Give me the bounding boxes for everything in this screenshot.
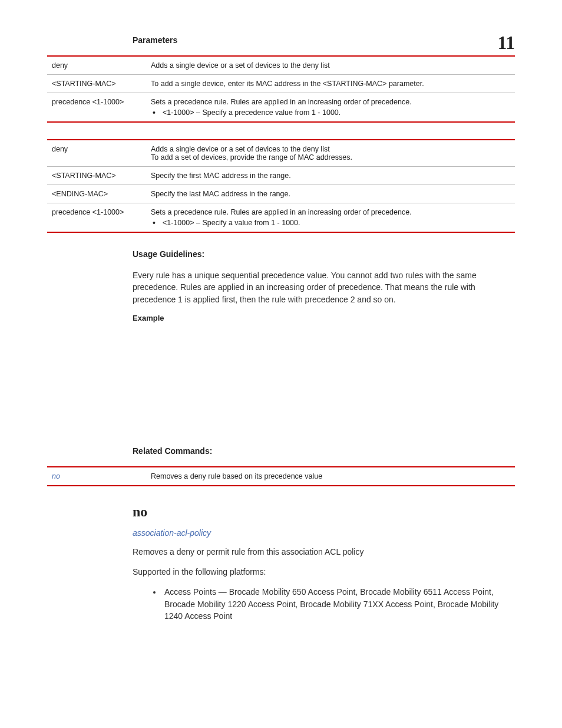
param-name: <STARTING-MAC> xyxy=(47,167,147,185)
param-desc-line: To add a set of devices, provide the ran… xyxy=(151,153,511,162)
param-desc-line: Sets a precedence rule. Rules are applie… xyxy=(151,98,412,106)
parameters-table-1: deny Adds a single device or a set of de… xyxy=(47,55,515,123)
no-description: Removes a deny or permit rule from this … xyxy=(133,546,515,558)
table-row: deny Adds a single device or a set of de… xyxy=(47,56,515,75)
param-name: precedence <1-1000> xyxy=(47,93,147,123)
parameters-heading: Parameters xyxy=(133,35,515,45)
param-desc: Adds a single device or a set of devices… xyxy=(147,56,515,75)
param-name: <STARTING-MAC> xyxy=(47,75,147,93)
param-name: precedence <1-1000> xyxy=(47,203,147,233)
param-bullet: <1-1000> – Specify a precedence value fr… xyxy=(151,108,511,117)
related-heading: Related Commands: xyxy=(133,446,515,456)
table-row: <STARTING-MAC> To add a single device, e… xyxy=(47,75,515,93)
usage-heading: Usage Guidelines: xyxy=(133,249,515,259)
related-cmd-name: no xyxy=(47,467,147,486)
table-row: precedence <1-1000> Sets a precedence ru… xyxy=(47,93,515,123)
page-number: 11 xyxy=(498,32,515,54)
param-bullet: <1-1000> – Specify a value from 1 - 1000… xyxy=(151,219,511,227)
param-desc: Sets a precedence rule. Rules are applie… xyxy=(147,93,515,123)
usage-body: Every rule has a unique sequential prece… xyxy=(133,269,515,305)
param-desc-line: Adds a single device or a set of devices… xyxy=(151,145,511,153)
param-name: deny xyxy=(47,140,147,167)
param-desc: Specify the last MAC address in the rang… xyxy=(147,185,515,203)
param-name: deny xyxy=(47,56,147,75)
param-desc: To add a single device, enter its MAC ad… xyxy=(147,75,515,93)
param-desc-line: Sets a precedence rule. Rules are applie… xyxy=(151,208,412,216)
table-row: no Removes a deny rule based on its prec… xyxy=(47,467,515,486)
param-desc: Adds a single device or a set of devices… xyxy=(147,140,515,167)
table-row: <STARTING-MAC> Specify the first MAC add… xyxy=(47,167,515,185)
no-link[interactable]: no xyxy=(52,472,60,480)
platform-list: Access Points — Brocade Mobility 650 Acc… xyxy=(162,586,515,622)
association-acl-policy-link[interactable]: association-acl-policy xyxy=(133,528,515,538)
table-row: precedence <1-1000> Sets a precedence ru… xyxy=(47,203,515,233)
param-desc: Specify the first MAC address in the ran… xyxy=(147,167,515,185)
example-heading: Example xyxy=(133,314,515,322)
parameters-table-2: deny Adds a single device or a set of de… xyxy=(47,139,515,233)
supported-platforms-label: Supported in the following platforms: xyxy=(133,566,515,578)
table-row: <ENDING-MAC> Specify the last MAC addres… xyxy=(47,185,515,203)
no-command-title: no xyxy=(133,504,515,520)
param-desc: Sets a precedence rule. Rules are applie… xyxy=(147,203,515,233)
related-commands-table: no Removes a deny rule based on its prec… xyxy=(47,466,515,486)
list-item: Access Points — Brocade Mobility 650 Acc… xyxy=(162,586,515,622)
related-cmd-desc: Removes a deny rule based on its precede… xyxy=(147,467,515,486)
table-row: deny Adds a single device or a set of de… xyxy=(47,140,515,167)
param-name: <ENDING-MAC> xyxy=(47,185,147,203)
